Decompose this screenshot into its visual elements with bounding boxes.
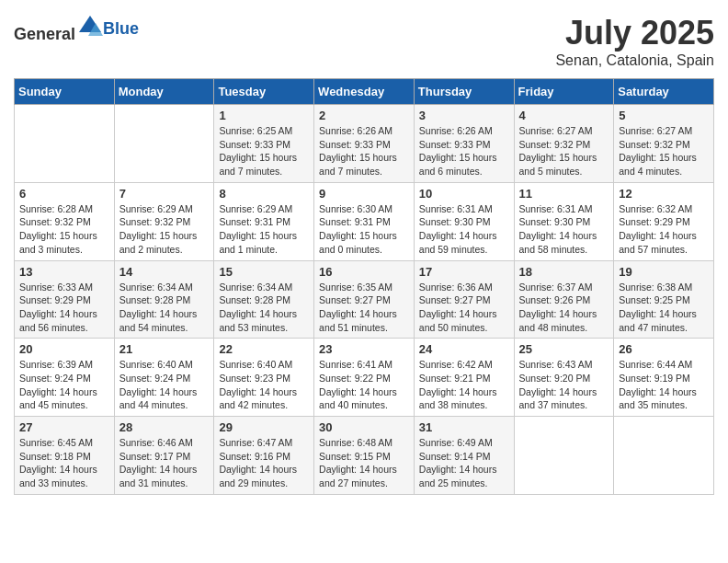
day-number: 28 — [119, 420, 210, 434]
calendar-week-row: 6Sunrise: 6:28 AM Sunset: 9:32 PM Daylig… — [15, 182, 714, 260]
day-info: Sunrise: 6:32 AM Sunset: 9:29 PM Dayligh… — [619, 202, 709, 257]
weekday-header-friday: Friday — [514, 79, 614, 105]
calendar-cell: 17Sunrise: 6:36 AM Sunset: 9:27 PM Dayli… — [414, 260, 514, 339]
calendar-cell — [114, 105, 214, 183]
calendar-cell: 8Sunrise: 6:29 AM Sunset: 9:31 PM Daylig… — [214, 182, 314, 260]
calendar-cell: 28Sunrise: 6:46 AM Sunset: 9:17 PM Dayli… — [114, 417, 214, 495]
day-info: Sunrise: 6:26 AM Sunset: 9:33 PM Dayligh… — [419, 124, 509, 178]
day-number: 6 — [19, 187, 109, 201]
calendar-cell: 15Sunrise: 6:34 AM Sunset: 9:28 PM Dayli… — [214, 260, 314, 339]
day-number: 12 — [619, 187, 709, 201]
day-info: Sunrise: 6:28 AM Sunset: 9:32 PM Dayligh… — [19, 202, 109, 257]
day-info: Sunrise: 6:25 AM Sunset: 9:33 PM Dayligh… — [219, 124, 309, 178]
day-number: 25 — [519, 342, 609, 356]
day-number: 15 — [219, 265, 309, 279]
day-number: 7 — [119, 187, 210, 201]
day-number: 26 — [619, 342, 709, 356]
calendar-cell: 2Sunrise: 6:26 AM Sunset: 9:33 PM Daylig… — [314, 105, 415, 183]
logo-text-blue: Blue — [103, 19, 139, 38]
calendar-cell — [614, 417, 714, 495]
calendar-cell: 12Sunrise: 6:32 AM Sunset: 9:29 PM Dayli… — [614, 182, 714, 260]
day-info: Sunrise: 6:38 AM Sunset: 9:25 PM Dayligh… — [619, 281, 709, 335]
calendar-week-row: 13Sunrise: 6:33 AM Sunset: 9:29 PM Dayli… — [15, 260, 714, 339]
calendar-cell: 7Sunrise: 6:29 AM Sunset: 9:32 PM Daylig… — [114, 182, 214, 260]
day-number: 22 — [219, 342, 309, 356]
calendar-cell: 5Sunrise: 6:27 AM Sunset: 9:32 PM Daylig… — [614, 105, 714, 183]
day-info: Sunrise: 6:29 AM Sunset: 9:32 PM Dayligh… — [119, 202, 210, 257]
day-number: 20 — [19, 342, 109, 356]
weekday-header-sunday: Sunday — [15, 79, 115, 105]
day-number: 27 — [19, 420, 109, 434]
day-info: Sunrise: 6:41 AM Sunset: 9:22 PM Dayligh… — [319, 358, 409, 412]
day-info: Sunrise: 6:33 AM Sunset: 9:29 PM Dayligh… — [19, 281, 109, 335]
calendar-cell: 14Sunrise: 6:34 AM Sunset: 9:28 PM Dayli… — [114, 260, 214, 339]
calendar-cell: 6Sunrise: 6:28 AM Sunset: 9:32 PM Daylig… — [15, 182, 115, 260]
day-number: 19 — [619, 265, 709, 279]
day-number: 21 — [119, 342, 210, 356]
day-info: Sunrise: 6:46 AM Sunset: 9:17 PM Dayligh… — [119, 436, 210, 490]
calendar-cell: 23Sunrise: 6:41 AM Sunset: 9:22 PM Dayli… — [314, 339, 415, 417]
logo-icon — [77, 14, 103, 40]
day-number: 13 — [19, 265, 109, 279]
day-info: Sunrise: 6:27 AM Sunset: 9:32 PM Dayligh… — [619, 124, 709, 178]
day-info: Sunrise: 6:48 AM Sunset: 9:15 PM Dayligh… — [319, 436, 409, 490]
day-info: Sunrise: 6:29 AM Sunset: 9:31 PM Dayligh… — [219, 202, 309, 257]
calendar-cell: 3Sunrise: 6:26 AM Sunset: 9:33 PM Daylig… — [414, 105, 514, 183]
calendar-cell — [15, 105, 115, 183]
day-number: 14 — [119, 265, 210, 279]
calendar-table: SundayMondayTuesdayWednesdayThursdayFrid… — [14, 78, 714, 495]
day-info: Sunrise: 6:43 AM Sunset: 9:20 PM Dayligh… — [519, 358, 609, 412]
day-info: Sunrise: 6:42 AM Sunset: 9:21 PM Dayligh… — [419, 358, 509, 412]
day-number: 23 — [319, 342, 409, 356]
calendar-cell: 31Sunrise: 6:49 AM Sunset: 9:14 PM Dayli… — [414, 417, 514, 495]
calendar-cell: 10Sunrise: 6:31 AM Sunset: 9:30 PM Dayli… — [414, 182, 514, 260]
calendar-cell: 22Sunrise: 6:40 AM Sunset: 9:23 PM Dayli… — [214, 339, 314, 417]
day-info: Sunrise: 6:26 AM Sunset: 9:33 PM Dayligh… — [319, 124, 409, 178]
calendar-week-row: 1Sunrise: 6:25 AM Sunset: 9:33 PM Daylig… — [15, 105, 714, 183]
day-number: 16 — [319, 265, 409, 279]
title-block: July 2025 Senan, Catalonia, Spain — [555, 14, 714, 69]
day-info: Sunrise: 6:36 AM Sunset: 9:27 PM Dayligh… — [419, 281, 509, 335]
calendar-cell: 21Sunrise: 6:40 AM Sunset: 9:24 PM Dayli… — [114, 339, 214, 417]
day-info: Sunrise: 6:34 AM Sunset: 9:28 PM Dayligh… — [219, 281, 309, 335]
day-number: 31 — [419, 420, 509, 434]
day-number: 17 — [419, 265, 509, 279]
calendar-cell: 18Sunrise: 6:37 AM Sunset: 9:26 PM Dayli… — [514, 260, 614, 339]
weekday-header-row: SundayMondayTuesdayWednesdayThursdayFrid… — [15, 79, 714, 105]
calendar-cell: 26Sunrise: 6:44 AM Sunset: 9:19 PM Dayli… — [614, 339, 714, 417]
calendar-week-row: 27Sunrise: 6:45 AM Sunset: 9:18 PM Dayli… — [15, 417, 714, 495]
day-number: 4 — [519, 109, 609, 122]
calendar-cell: 30Sunrise: 6:48 AM Sunset: 9:15 PM Dayli… — [314, 417, 415, 495]
calendar-week-row: 20Sunrise: 6:39 AM Sunset: 9:24 PM Dayli… — [15, 339, 714, 417]
day-number: 1 — [219, 109, 309, 122]
calendar-cell: 19Sunrise: 6:38 AM Sunset: 9:25 PM Dayli… — [614, 260, 714, 339]
month-title: July 2025 — [555, 14, 714, 52]
weekday-header-tuesday: Tuesday — [214, 79, 314, 105]
day-info: Sunrise: 6:31 AM Sunset: 9:30 PM Dayligh… — [419, 202, 509, 257]
day-number: 3 — [419, 109, 509, 122]
day-info: Sunrise: 6:27 AM Sunset: 9:32 PM Dayligh… — [519, 124, 609, 178]
day-info: Sunrise: 6:40 AM Sunset: 9:23 PM Dayligh… — [219, 358, 309, 412]
day-info: Sunrise: 6:34 AM Sunset: 9:28 PM Dayligh… — [119, 281, 210, 335]
day-info: Sunrise: 6:37 AM Sunset: 9:26 PM Dayligh… — [519, 281, 609, 335]
logo: General Blue — [14, 14, 139, 44]
day-info: Sunrise: 6:30 AM Sunset: 9:31 PM Dayligh… — [319, 202, 409, 257]
day-info: Sunrise: 6:40 AM Sunset: 9:24 PM Dayligh… — [119, 358, 210, 412]
day-number: 30 — [319, 420, 409, 434]
weekday-header-thursday: Thursday — [414, 79, 514, 105]
day-info: Sunrise: 6:31 AM Sunset: 9:30 PM Dayligh… — [519, 202, 609, 257]
calendar-cell: 1Sunrise: 6:25 AM Sunset: 9:33 PM Daylig… — [214, 105, 314, 183]
calendar-cell: 24Sunrise: 6:42 AM Sunset: 9:21 PM Dayli… — [414, 339, 514, 417]
weekday-header-saturday: Saturday — [614, 79, 714, 105]
page-header: General Blue July 2025 Senan, Catalonia,… — [14, 14, 714, 69]
day-number: 24 — [419, 342, 509, 356]
calendar-cell: 25Sunrise: 6:43 AM Sunset: 9:20 PM Dayli… — [514, 339, 614, 417]
day-info: Sunrise: 6:47 AM Sunset: 9:16 PM Dayligh… — [219, 436, 309, 490]
weekday-header-monday: Monday — [114, 79, 214, 105]
day-info: Sunrise: 6:35 AM Sunset: 9:27 PM Dayligh… — [319, 281, 409, 335]
calendar-cell: 27Sunrise: 6:45 AM Sunset: 9:18 PM Dayli… — [15, 417, 115, 495]
day-number: 11 — [519, 187, 609, 201]
day-number: 5 — [619, 109, 709, 122]
day-number: 2 — [319, 109, 409, 122]
calendar-cell: 13Sunrise: 6:33 AM Sunset: 9:29 PM Dayli… — [15, 260, 115, 339]
